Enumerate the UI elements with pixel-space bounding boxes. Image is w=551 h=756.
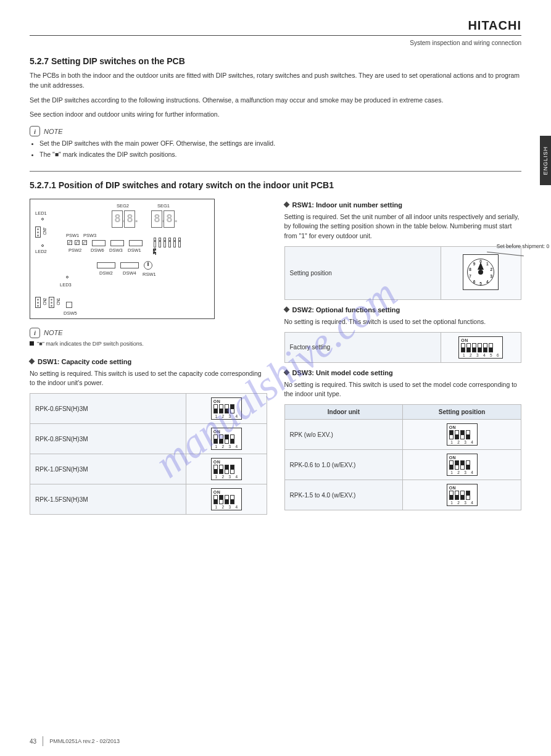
dip-pin <box>472 343 476 352</box>
seg1-label: SEG1 <box>157 203 170 209</box>
dip-cell: ON1234 <box>403 480 521 510</box>
dip-pin-number: 4 <box>470 440 475 444</box>
dip-pin <box>478 343 482 352</box>
bullet-icon <box>283 202 289 208</box>
doc-section-title: System inspection and wiring connection <box>410 39 521 46</box>
dip-pin <box>449 460 454 470</box>
dip-cell: ON1234 <box>186 484 267 515</box>
dip-pin <box>449 430 454 439</box>
dip-pin-number: 1 <box>449 470 455 475</box>
dip-pin <box>460 430 465 439</box>
dip-pin <box>219 465 223 474</box>
mark-square-icon <box>30 341 34 346</box>
note-item-2: The "■" mark indicates the DIP switch po… <box>39 150 521 160</box>
rotary-rsw1 <box>144 261 152 270</box>
seven-seg <box>151 210 162 228</box>
led2-label: LED2 <box>35 249 47 254</box>
rotary-hub <box>478 270 483 275</box>
connector-cn2 <box>35 297 41 308</box>
note-icon: i <box>30 126 40 136</box>
table-row: RPK-0.8FSN(H)3MON1234 <box>30 424 267 454</box>
jumper <box>173 238 176 247</box>
note-icon: i <box>30 328 40 338</box>
dip-on-label: ON <box>213 430 239 434</box>
model-label: RPK-0.6 to 1.0 (w/EXV.) <box>284 450 403 480</box>
dip-pin <box>460 460 465 470</box>
dip-pin-number: 2 <box>456 501 462 505</box>
connector-cn1 <box>49 297 54 308</box>
model-label: RPK-1.5FSN(H)3M <box>30 484 186 515</box>
dsw2-paragraph: No setting is required. This switch is u… <box>284 317 522 327</box>
table-row: RPK-1.5FSN(H)3MON1234 <box>30 484 267 515</box>
dsw1-label: DSW1 <box>128 247 141 253</box>
rotary-tick-label: 7 <box>469 274 471 278</box>
model-label: RPK-1.0FSN(H)3M <box>30 454 186 484</box>
cn2-label: CN2 <box>43 298 47 305</box>
note-block: i NOTE Set the DIP switches with the mai… <box>30 126 521 160</box>
model-label: RPK (w/o EXV.) <box>284 420 403 450</box>
dip-pin <box>230 404 234 413</box>
rsw1-table: Setting position Set before shipment: 0 … <box>284 246 522 300</box>
dip-dsw6 <box>92 240 106 246</box>
dip-pin <box>466 491 470 500</box>
dsw3-paragraph: No setting is required. This switch is u… <box>284 380 522 400</box>
intro-p1: The PCBs in both the indoor and the outd… <box>30 71 521 91</box>
model-label: RPK-0.6FSN(H)3M <box>30 394 186 424</box>
dsw6-label: DSW6 <box>91 247 104 253</box>
dip-switch-widget: ON1234 <box>447 423 478 446</box>
psw-button <box>75 240 80 245</box>
dip-switch-widget: ON123456 <box>458 336 503 359</box>
footer-page-number: 43 <box>30 738 36 745</box>
dsw2-row-label: Factory setting <box>284 332 441 362</box>
callout-line <box>487 252 524 256</box>
dip-on-label: ON <box>449 425 475 430</box>
rotary-tick-label: 4 <box>486 280 489 284</box>
led3-label: LED3 <box>60 282 72 288</box>
dip-pin-number: 4 <box>470 501 475 505</box>
dsw3-hdr-left: Indoor unit <box>284 405 403 420</box>
dip-pin <box>219 495 223 504</box>
brand-logo: HITACHI <box>468 19 521 33</box>
dip-dsw1 <box>129 240 143 246</box>
dip-pin <box>460 491 465 500</box>
dip-cell: ON1234 <box>186 424 267 454</box>
seven-seg <box>164 210 175 228</box>
rsw1-heading: RSW1: Indoor unit number setting <box>292 201 402 209</box>
footer-separator <box>43 736 43 746</box>
dip-cell: ON1234 <box>403 450 521 480</box>
led-dot <box>41 218 44 220</box>
dip-pin-number: 4 <box>234 505 239 509</box>
dip-pin <box>213 495 218 504</box>
dip-pin <box>483 343 487 352</box>
led-dot <box>66 276 68 278</box>
dip-on-label: ON <box>213 460 239 464</box>
seven-seg <box>112 210 123 228</box>
dip-pin-number: 1 <box>213 505 219 509</box>
dsw3-heading: DSW3: Unit model code setting <box>292 369 393 376</box>
jumper <box>178 238 181 247</box>
dip-on-label: ON <box>461 338 500 343</box>
dip-on-label: ON <box>449 486 475 490</box>
table-row: RPK (w/o EXV.)ON1234 <box>284 420 521 450</box>
rotary-tick-label: 1 <box>486 262 489 266</box>
dip-dsw5 <box>66 302 72 308</box>
rsw1-label: RSW1 <box>143 272 156 277</box>
dip-switch-widget: ON1234 <box>447 454 478 476</box>
table-row: RPK-1.5 to 4.0 (w/EXV.)ON1234 <box>284 480 521 510</box>
dip-pin-number: 2 <box>220 414 226 418</box>
dip-pin-number: 3 <box>227 444 233 449</box>
section-divider <box>30 171 521 172</box>
dip-cell: ON1234 <box>403 420 521 450</box>
rotary-tick-label: 9 <box>473 262 476 266</box>
dip-pin-number: 1 <box>449 501 455 505</box>
dip-pin-number: 3 <box>227 505 233 509</box>
dip-pin <box>455 430 459 439</box>
bullet-icon <box>29 359 35 365</box>
seg2-label: SEG2 <box>117 203 129 209</box>
dip-switch-widget: ON1234 <box>211 428 242 450</box>
note-block-left: i NOTE "■" mark indicates the DIP switch… <box>30 328 267 347</box>
dip-pin-number: 3 <box>463 470 468 475</box>
dip-pin-number: 1 <box>461 353 466 357</box>
dip-pin <box>230 434 234 444</box>
dsw2-table: Factory setting ON123456 <box>284 332 522 363</box>
